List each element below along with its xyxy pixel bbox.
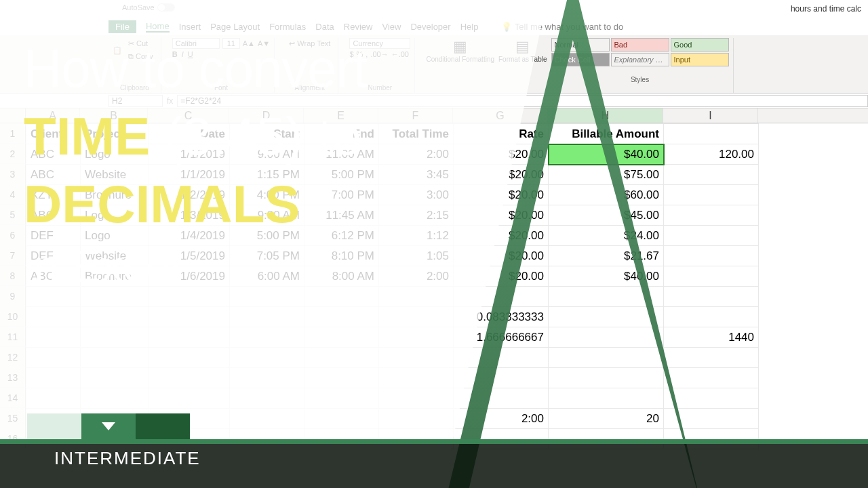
title-line3: DECIMALS (24, 173, 367, 235)
level-block-intermediate (81, 413, 136, 439)
style-good[interactable]: Good (671, 38, 729, 52)
level-block-advanced (136, 413, 190, 439)
title-line2: TIME (3:45) to (24, 105, 367, 167)
col-header-I[interactable]: I (663, 108, 758, 123)
difficulty-label: INTERMEDIATE (54, 448, 868, 469)
difficulty-indicator: INTERMEDIATE (0, 413, 868, 472)
level-block-beginner (27, 413, 81, 439)
title-line1: How to convert (24, 37, 367, 100)
title-line4: in Excel (24, 241, 367, 293)
style-bad[interactable]: Bad (611, 38, 669, 52)
style-explanatory[interactable]: Explanatory … (611, 53, 669, 66)
style-input[interactable]: Input (671, 53, 729, 66)
ribbon-styles-label: Styles (551, 76, 729, 85)
document-name: hours and time calc (791, 4, 861, 14)
video-title: How to convert TIME (3:45) to DECIMALS i… (24, 37, 367, 293)
